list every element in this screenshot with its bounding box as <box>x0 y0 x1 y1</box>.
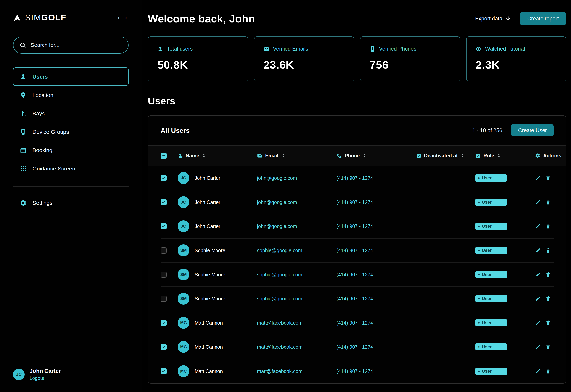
row-email[interactable]: sophie@google.com <box>257 296 302 301</box>
row-checkbox[interactable] <box>160 368 167 374</box>
role-badge: User <box>475 247 507 254</box>
stat-label: Verified Emails <box>273 46 308 52</box>
edit-button[interactable] <box>535 320 541 326</box>
row-checkbox[interactable] <box>160 272 167 278</box>
edit-button[interactable] <box>535 368 541 374</box>
row-avatar: JC <box>178 172 189 184</box>
stat-value: 2.3K <box>476 58 557 71</box>
column-header-phone[interactable]: Phone <box>337 153 416 159</box>
sidebar-collapse-control[interactable]: ‹ › <box>118 14 128 21</box>
row-checkbox[interactable] <box>160 247 167 254</box>
sidebar-item-users[interactable]: Users <box>13 67 128 86</box>
row-phone: (414) 907 - 1274 <box>337 320 416 326</box>
delete-button[interactable] <box>545 296 551 302</box>
sort-icon <box>363 153 366 158</box>
role-badge: User <box>475 343 507 350</box>
row-checkbox[interactable] <box>160 223 167 230</box>
logout-link[interactable]: Logout <box>30 375 44 381</box>
row-avatar: MC <box>178 341 189 353</box>
edit-button[interactable] <box>535 223 541 229</box>
header-actions: Export data Create report <box>475 12 566 25</box>
table-row: JC John Carter john@google.com (414) 907… <box>160 190 554 214</box>
column-header-deactivated-at[interactable]: Deactivated at <box>416 153 475 159</box>
delete-button[interactable] <box>545 344 551 350</box>
sidebar-item-booking[interactable]: Booking <box>13 141 128 160</box>
column-header-email[interactable]: Email <box>257 153 337 159</box>
card-title: All Users <box>160 127 190 134</box>
row-name: Sophie Moore <box>195 296 225 302</box>
row-checkbox[interactable] <box>160 296 167 302</box>
row-email[interactable]: matt@facebook.com <box>257 344 302 350</box>
stat-card-verified-phones: Verified Phones 756 <box>360 36 460 82</box>
row-phone: (414) 907 - 1274 <box>337 223 416 229</box>
check-square-icon <box>475 153 481 159</box>
delete-button[interactable] <box>545 223 551 229</box>
search-box <box>13 37 128 54</box>
export-data-button[interactable]: Export data <box>475 16 511 22</box>
create-user-button[interactable]: Create User <box>511 124 554 136</box>
edit-button[interactable] <box>535 296 541 302</box>
edit-button[interactable] <box>535 272 541 277</box>
row-checkbox[interactable] <box>160 175 167 181</box>
role-badge: User <box>475 271 507 278</box>
table-row: MC Matt Cannon matt@facebook.com (414) 9… <box>160 335 554 359</box>
mail-icon <box>257 153 262 159</box>
sidebar-item-location[interactable]: Location <box>13 86 128 104</box>
trash-icon <box>545 344 551 350</box>
row-email[interactable]: john@google.com <box>257 223 297 229</box>
delete-button[interactable] <box>545 368 551 374</box>
table-card-header: All Users 1 - 10 of 256 Create User <box>160 116 554 145</box>
sidebar-item-device-groups[interactable]: Device Groups <box>13 123 128 141</box>
delete-button[interactable] <box>545 320 551 326</box>
row-email[interactable]: john@google.com <box>257 175 297 181</box>
row-email[interactable]: sophie@google.com <box>257 272 302 277</box>
table-row: MC Matt Cannon matt@facebook.com (414) 9… <box>160 311 554 335</box>
column-header-name[interactable]: Name <box>178 153 257 159</box>
row-email[interactable]: sophie@google.com <box>257 248 302 253</box>
sidebar-item-settings[interactable]: Settings <box>13 194 128 212</box>
row-checkbox[interactable] <box>160 344 167 350</box>
edit-button[interactable] <box>535 344 541 350</box>
row-avatar: SM <box>178 245 189 256</box>
phone-icon <box>337 153 342 159</box>
row-phone: (414) 907 - 1274 <box>337 368 416 374</box>
trash-icon <box>545 247 551 253</box>
check-icon <box>161 200 166 204</box>
column-header-role[interactable]: Role <box>475 153 535 159</box>
row-name: Sophie Moore <box>195 272 225 277</box>
role-badge: User <box>475 368 507 375</box>
sidebar-item-label: Location <box>32 92 53 98</box>
edit-button[interactable] <box>535 247 541 253</box>
row-email[interactable]: matt@facebook.com <box>257 320 302 326</box>
indeterminate-dash-icon <box>161 154 166 158</box>
role-badge: User <box>475 199 507 206</box>
row-email[interactable]: john@google.com <box>257 199 297 205</box>
sidebar-item-bays[interactable]: Bays <box>13 104 128 123</box>
trash-icon <box>545 223 551 229</box>
create-report-button[interactable]: Create report <box>520 12 566 25</box>
delete-button[interactable] <box>545 272 551 277</box>
delete-button[interactable] <box>545 199 551 205</box>
row-avatar: MC <box>178 317 189 329</box>
download-arrow-icon <box>505 16 511 22</box>
delete-button[interactable] <box>545 175 551 181</box>
sort-icon <box>202 153 206 158</box>
search-input[interactable] <box>30 42 122 48</box>
row-checkbox[interactable] <box>160 320 167 326</box>
select-all-checkbox[interactable] <box>160 153 167 159</box>
row-email[interactable]: matt@facebook.com <box>257 368 302 374</box>
row-checkbox[interactable] <box>160 199 167 205</box>
row-name: Sophie Moore <box>195 248 225 253</box>
app-root: SIMGOLF ‹ › Users Location Bays De <box>0 0 571 392</box>
stat-card-total-users: Total users 50.8K <box>148 36 248 82</box>
delete-button[interactable] <box>545 247 551 253</box>
logo-icon <box>13 14 21 22</box>
sidebar-item-label: Booking <box>32 147 52 153</box>
edit-button[interactable] <box>535 199 541 205</box>
sidebar-item-guidance-screen[interactable]: Guidance Screen <box>13 160 128 178</box>
sidebar-divider <box>13 186 128 187</box>
search-icon <box>19 42 26 48</box>
gear-icon <box>535 153 540 159</box>
edit-button[interactable] <box>535 175 541 181</box>
row-name: Matt Cannon <box>195 344 223 350</box>
